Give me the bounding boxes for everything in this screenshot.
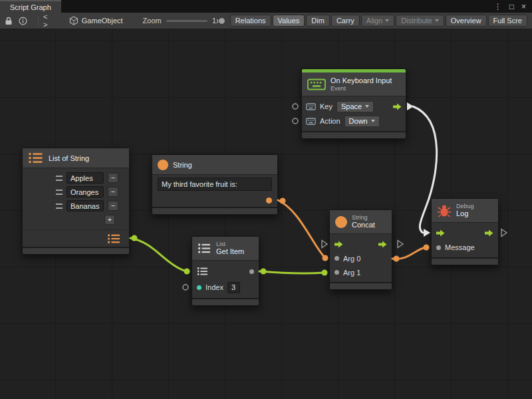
node-footer [302, 131, 406, 138]
gameobject-selector[interactable]: GameObject [69, 16, 123, 25]
action-port-icon[interactable] [306, 118, 316, 125]
node-on-keyboard-input[interactable]: On Keyboard Input Event Key Space [301, 68, 406, 139]
node-title: Concat [352, 221, 375, 229]
node-footer [192, 298, 259, 305]
arg0-port-icon[interactable] [334, 256, 339, 261]
item-output-port-icon[interactable] [249, 269, 254, 274]
key-port-row: Key Space [302, 99, 406, 114]
list-item-row: Oranges − [23, 185, 129, 199]
action-label: Action [320, 117, 340, 125]
tab-bar: Script Graph ⋮ □ × [0, 0, 532, 13]
info-icon[interactable] [19, 17, 27, 25]
key-label: Key [320, 102, 332, 110]
button-label: Full Scre [493, 17, 522, 25]
flow-out-port-icon[interactable] [485, 229, 493, 237]
relations-button[interactable]: Relations [230, 15, 271, 27]
node-title: Get Item [216, 247, 244, 256]
gameobject-label: GameObject [82, 17, 123, 25]
node-title: String [173, 161, 192, 169]
maximize-icon[interactable]: □ [509, 3, 514, 11]
string-output-port-row [152, 194, 277, 207]
arg0-row: Arg 0 [330, 251, 392, 265]
list-output-port-icon[interactable] [107, 233, 121, 244]
key-dropdown[interactable]: Space [336, 101, 374, 112]
list-item-row: Bananas − [23, 199, 129, 213]
button-label: Align [366, 17, 382, 25]
list-item-field[interactable]: Bananas [66, 200, 104, 211]
list-item-field[interactable]: Apples [66, 172, 104, 184]
tab-title: Script Graph [10, 3, 51, 11]
button-label: Overview [451, 17, 481, 25]
node-title: On Keyboard Input [331, 76, 392, 85]
message-row: Message [432, 240, 498, 255]
index-port-icon[interactable] [197, 285, 201, 290]
string-type-icon [158, 160, 168, 170]
list-input-port-icon[interactable] [197, 267, 208, 276]
add-item-button[interactable]: + [104, 215, 115, 225]
carry-button[interactable]: Carry [331, 15, 360, 27]
flow-out-port-icon[interactable] [378, 241, 387, 248]
node-string-literal[interactable]: String My third favorite fruit is: [152, 154, 278, 215]
arg1-row: Arg 1 [330, 265, 392, 279]
zoom-slider-knob[interactable] [218, 17, 225, 25]
add-item-row: + [23, 213, 129, 227]
unity-script-graph-window: Script Graph ⋮ □ × < > GameObject Zoom 1… [0, 0, 532, 399]
string-output-port-icon[interactable] [266, 198, 272, 203]
remove-item-button[interactable]: − [108, 187, 118, 197]
flow-row [330, 237, 392, 251]
chevron-down-icon [365, 105, 369, 108]
element-icon [56, 176, 63, 181]
element-icon [56, 190, 63, 195]
list-item-field[interactable]: Oranges [66, 186, 104, 198]
graph-toolbar: < > GameObject Zoom 1x Relations Values … [0, 13, 532, 29]
node-list-of-string[interactable]: List of String Apples − Oranges − Banana… [22, 148, 130, 255]
dim-button[interactable]: Dim [306, 15, 330, 27]
string-value-field[interactable]: My third favorite fruit is: [158, 178, 272, 191]
node-subtitle: Event [331, 85, 392, 92]
node-footer [23, 247, 129, 254]
list-icon [198, 243, 211, 254]
button-label: Distribute [401, 17, 432, 25]
button-label: Carry [336, 17, 354, 25]
flow-in-port-icon[interactable] [436, 229, 445, 237]
zoom-slider[interactable] [166, 20, 207, 22]
node-get-item[interactable]: List Get Item Index 3 [192, 236, 259, 306]
flow-in-port-icon[interactable] [334, 241, 343, 248]
menu-icon[interactable]: ⋮ [494, 3, 502, 11]
values-button[interactable]: Values [273, 15, 305, 27]
fullscreen-button[interactable]: Full Scre [488, 15, 527, 27]
node-concat[interactable]: String Concat Arg 0 Arg 1 [329, 209, 392, 290]
index-field[interactable]: 3 [227, 282, 240, 293]
code-view-icon[interactable]: < > [43, 13, 52, 29]
trigger-flow-out-port-icon[interactable] [393, 103, 402, 110]
tab-script-graph[interactable]: Script Graph [0, 0, 61, 13]
action-dropdown[interactable]: Down [344, 116, 380, 127]
action-dropdown-value: Down [349, 117, 368, 125]
lock-icon[interactable] [5, 17, 13, 25]
node-footer [330, 282, 392, 289]
zoom-label: Zoom [143, 17, 162, 25]
arg1-port-icon[interactable] [334, 270, 339, 275]
index-label: Index [205, 283, 223, 291]
remove-item-button[interactable]: − [108, 173, 118, 183]
remove-item-button[interactable]: − [108, 201, 118, 211]
key-dropdown-value: Space [341, 102, 362, 110]
bug-icon [437, 204, 452, 217]
key-port-icon[interactable] [306, 103, 316, 110]
arg1-label: Arg 1 [343, 269, 360, 277]
list-icon [28, 152, 44, 164]
string-type-icon [335, 216, 347, 228]
distribute-button[interactable]: Distribute [396, 15, 444, 27]
element-icon [56, 203, 63, 209]
overview-button[interactable]: Overview [446, 15, 487, 27]
message-port-icon[interactable] [436, 245, 441, 250]
unity-cube-icon [69, 16, 78, 25]
node-title: Log [456, 209, 474, 218]
node-title: List of String [49, 154, 89, 162]
list-output-port-row [23, 229, 129, 247]
button-label: Values [278, 17, 300, 25]
close-icon[interactable]: × [521, 3, 526, 11]
node-debug-log[interactable]: Debug Log Message [431, 198, 499, 265]
button-label: Dim [311, 17, 325, 25]
align-button[interactable]: Align [361, 15, 394, 27]
